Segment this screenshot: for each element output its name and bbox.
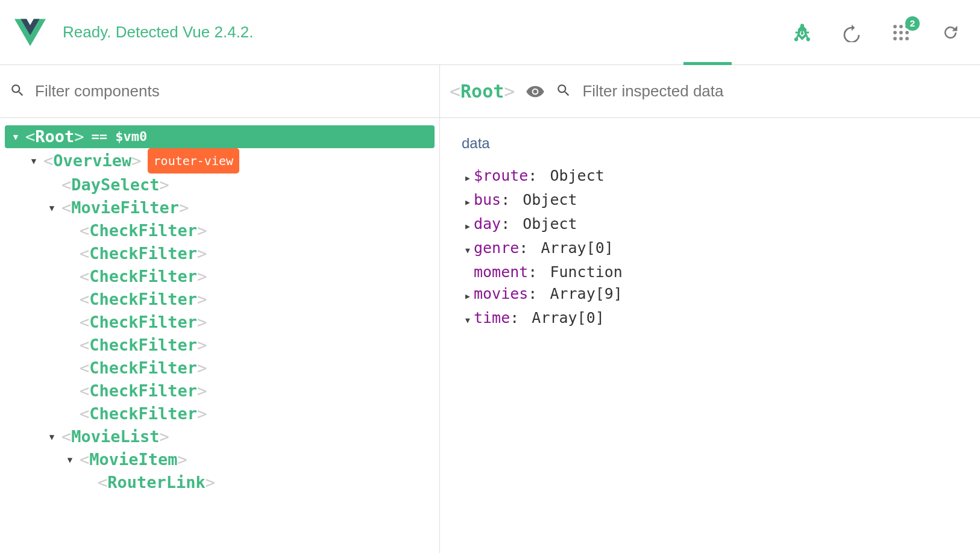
expand-arrow-icon[interactable]: ▼ — [28, 149, 40, 172]
tree-node[interactable]: <CheckFilter> — [59, 265, 435, 288]
tree-node[interactable]: <CheckFilter> — [59, 311, 435, 334]
component-name: CheckFilter — [89, 288, 197, 311]
expand-arrow-icon[interactable]: ▶ — [462, 216, 474, 237]
bracket: < — [80, 448, 89, 471]
svg-point-11 — [899, 31, 903, 34]
expand-arrow-icon[interactable]: ▼ — [46, 196, 58, 219]
tree-node[interactable]: ▼<MovieList> — [41, 425, 435, 448]
expand-arrow-icon[interactable]: ▶ — [462, 286, 474, 307]
tree-node[interactable]: ▼<Overview>router-view — [23, 148, 435, 173]
prop-value: Array[0] — [532, 239, 613, 257]
header: Ready. Detected Vue 2.4.2. 2 — [0, 0, 980, 65]
bracket: < — [61, 425, 71, 448]
tree-node[interactable]: <CheckFilter> — [59, 288, 435, 311]
vue-logo — [14, 19, 46, 46]
components-tab-icon[interactable] — [792, 22, 812, 43]
prop-row[interactable]: ▶day: Object — [462, 213, 958, 237]
bracket: > — [206, 471, 215, 494]
svg-point-8 — [899, 25, 903, 28]
tree-node[interactable]: ▼<MovieFilter> — [41, 196, 435, 219]
prop-value: Function — [541, 263, 622, 281]
bracket: < — [80, 334, 89, 357]
tree-node[interactable]: <CheckFilter> — [59, 219, 435, 242]
prop-row[interactable]: moment: Function — [462, 261, 958, 283]
tree-node[interactable]: ▼<MovieItem> — [59, 448, 435, 471]
data-filter-input[interactable] — [582, 82, 970, 101]
component-name: MovieList — [71, 425, 159, 448]
inspector-header: <Root> — [440, 65, 980, 118]
inspector-title: <Root> — [450, 81, 515, 102]
bracket: > — [197, 265, 207, 288]
tree-node[interactable]: <RouterLink> — [77, 471, 435, 494]
svg-point-12 — [905, 31, 909, 34]
prop-colon: : — [519, 239, 528, 257]
component-name: CheckFilter — [89, 402, 197, 425]
component-name: CheckFilter — [89, 380, 197, 402]
expand-arrow-icon[interactable]: ▶ — [462, 167, 474, 189]
component-name: MovieItem — [89, 448, 177, 471]
bracket: < — [80, 311, 89, 334]
bracket: < — [80, 402, 89, 425]
svg-point-7 — [893, 25, 897, 28]
component-name: CheckFilter — [89, 357, 197, 380]
component-filter-input[interactable] — [35, 82, 430, 101]
component-name: CheckFilter — [89, 311, 197, 334]
prop-value: Array[0] — [523, 309, 604, 326]
prop-key: time — [474, 309, 510, 326]
prop-colon: : — [501, 191, 510, 208]
prop-colon: : — [528, 263, 537, 281]
search-icon — [556, 83, 571, 101]
prop-row[interactable]: ▶$route: Object — [462, 165, 958, 189]
prop-row[interactable]: ▼genre: Array[0] — [462, 237, 958, 261]
tree-node[interactable]: <CheckFilter> — [59, 380, 435, 402]
svg-point-13 — [893, 37, 897, 40]
tree-node[interactable]: <CheckFilter> — [59, 242, 435, 265]
tree-node[interactable]: <CheckFilter> — [59, 357, 435, 380]
search-icon — [10, 83, 25, 101]
prop-row[interactable]: ▼time: Array[0] — [462, 307, 958, 331]
svg-point-14 — [899, 37, 903, 40]
tree-node[interactable]: <CheckFilter> — [59, 334, 435, 357]
bracket: < — [25, 125, 35, 148]
component-name: CheckFilter — [89, 242, 197, 265]
expand-arrow-icon[interactable]: ▼ — [462, 240, 474, 261]
router-view-badge: router-view — [148, 148, 239, 173]
component-tree: ▼<Root>== $vm0▼<Overview>router-view<Day… — [0, 118, 439, 501]
events-tab-icon[interactable]: 2 — [891, 22, 911, 43]
component-name: DaySelect — [71, 173, 159, 196]
expand-arrow-icon[interactable]: ▼ — [64, 448, 76, 471]
bracket: < — [80, 288, 89, 311]
prop-key: day — [474, 215, 501, 233]
events-badge: 2 — [905, 16, 920, 31]
tree-node[interactable]: <CheckFilter> — [59, 402, 435, 425]
prop-key: $route — [474, 167, 528, 184]
prop-row[interactable]: ▶movies: Array[9] — [462, 283, 958, 307]
expand-arrow-icon[interactable]: ▼ — [462, 310, 474, 331]
main-body: ▼<Root>== $vm0▼<Overview>router-view<Day… — [0, 65, 980, 553]
eye-icon[interactable] — [526, 82, 545, 101]
bracket: < — [80, 357, 89, 380]
bracket: > — [197, 288, 207, 311]
bracket: < — [61, 173, 71, 196]
component-filter-row — [0, 65, 439, 118]
bracket: < — [80, 219, 89, 242]
bracket: < — [98, 471, 107, 494]
bracket: > — [131, 149, 141, 172]
prop-key: movies — [474, 285, 528, 302]
bracket: > — [197, 219, 207, 242]
expand-arrow-icon[interactable]: ▼ — [46, 425, 58, 448]
bracket: > — [197, 357, 207, 380]
vuex-tab-icon[interactable] — [841, 22, 862, 43]
prop-colon: : — [510, 309, 519, 326]
prop-value: Array[9] — [541, 285, 622, 302]
prop-colon: : — [501, 215, 510, 233]
active-tab-underline — [683, 62, 732, 65]
prop-row[interactable]: ▶bus: Object — [462, 189, 958, 213]
expand-arrow-icon[interactable]: ▼ — [10, 125, 22, 148]
bracket: > — [197, 334, 207, 357]
expand-arrow-icon[interactable]: ▶ — [462, 192, 474, 213]
tree-node[interactable]: <DaySelect> — [41, 173, 435, 196]
refresh-icon[interactable] — [940, 22, 961, 43]
tree-node[interactable]: ▼<Root>== $vm0 — [5, 125, 435, 148]
component-name: MovieFilter — [71, 196, 179, 219]
